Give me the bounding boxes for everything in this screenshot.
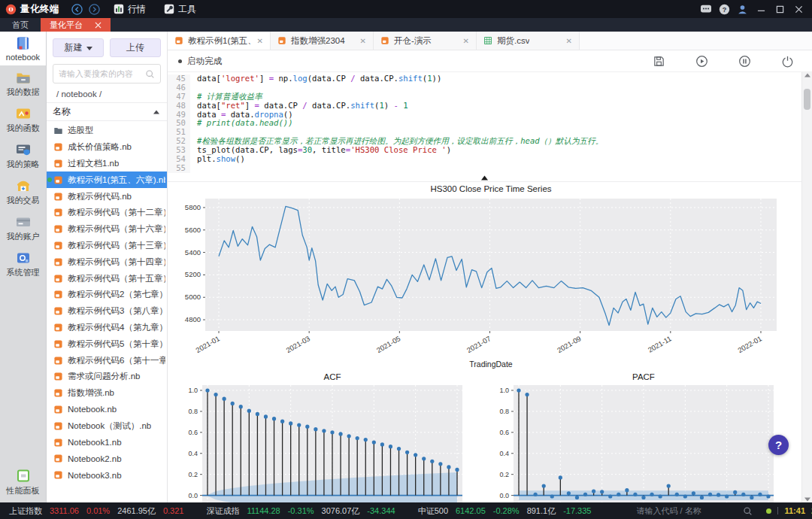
- file-name: Notebook（测试）.nb: [68, 420, 151, 432]
- file-row-notebook[interactable]: 教程示例代码6（第十一章）.nb: [47, 352, 167, 369]
- file-name: 教程示例代码.nb: [68, 191, 132, 202]
- svg-text:2021-09: 2021-09: [556, 334, 583, 354]
- shutdown-button[interactable]: [781, 55, 794, 68]
- quote-search-input[interactable]: [636, 506, 743, 515]
- code-line[interactable]: 46: [168, 83, 801, 93]
- menu-market[interactable]: 行情: [114, 3, 146, 16]
- nav-forward-icon[interactable]: [89, 4, 100, 15]
- file-row-notebook[interactable]: 教程示例代码（第十六章）.nb: [47, 221, 167, 238]
- scrollbar-thumb[interactable]: [804, 89, 810, 110]
- menu-tools[interactable]: 工具: [164, 3, 196, 16]
- nb-file-icon: [53, 257, 63, 267]
- nav-back-icon[interactable]: [71, 4, 83, 15]
- save-button[interactable]: [653, 55, 665, 68]
- file-list-header[interactable]: 名称: [47, 102, 167, 121]
- nb-file-icon: [53, 421, 63, 431]
- quote-search[interactable]: [636, 506, 753, 516]
- search-box[interactable]: [53, 64, 161, 83]
- file-row-folder[interactable]: 选股型: [47, 123, 167, 139]
- file-row-notebook[interactable]: 教程示例代码（第十四章）.nb: [47, 253, 167, 270]
- file-row-notebook[interactable]: 教程示例代码.nb: [47, 188, 167, 205]
- editor-tab[interactable]: 期货.csv✕: [477, 32, 580, 50]
- scroll-up-icon[interactable]: [802, 73, 812, 77]
- pause-button[interactable]: [738, 55, 751, 68]
- menu-tools-label: 工具: [178, 3, 196, 16]
- index-pct: -0.28%: [493, 506, 520, 515]
- maximize-button[interactable]: [774, 5, 786, 14]
- tab-home[interactable]: 首页: [0, 18, 41, 32]
- breadcrumb[interactable]: / notebook /: [47, 89, 167, 102]
- scroll-down-icon[interactable]: [802, 497, 812, 502]
- file-row-notebook[interactable]: Notebook1.nb: [47, 434, 167, 451]
- sidebar-item-performance[interactable]: 性能面板: [0, 464, 46, 500]
- sidebar-item-my-functions[interactable]: 我的函数: [0, 102, 46, 138]
- code-line[interactable]: 55: [168, 164, 801, 173]
- file-row-notebook[interactable]: 教程示例代码5（第十章）.nb: [47, 335, 167, 352]
- file-row-notebook[interactable]: 教程示例代码2（第七章）.nb: [47, 287, 167, 303]
- file-row-notebook[interactable]: 过程文档1.nb: [47, 156, 167, 172]
- file-row-notebook[interactable]: 教程示例代码3（第八章）.nb: [47, 303, 167, 320]
- new-button[interactable]: 新建: [53, 38, 104, 57]
- tab-close-icon[interactable]: ✕: [257, 37, 263, 45]
- svg-text:0.8: 0.8: [499, 408, 509, 415]
- editor-tab[interactable]: 教程示例1(第五、六章).nb✕: [168, 32, 271, 50]
- file-list: 选股型成长价值策略.nb过程文档1.nb教程示例1(第五、六章).nb教程示例代…: [47, 121, 167, 502]
- code-line[interactable]: 45data['logret'] = np.log(data.CP / data…: [168, 74, 801, 83]
- close-button[interactable]: [792, 5, 804, 14]
- file-row-notebook[interactable]: Notebook（测试）.nb: [47, 417, 167, 434]
- sidebar-item-my-trades[interactable]: 我的交易: [0, 174, 46, 210]
- file-name: 教程示例代码4（第九章）.nb: [68, 322, 165, 333]
- sidebar-item-my-strategies[interactable]: 我的策略: [0, 138, 46, 174]
- sidebar-item-system-admin[interactable]: 系统管理: [0, 246, 46, 282]
- file-row-notebook[interactable]: 教程示例代码（第十三章）.nb: [47, 238, 167, 254]
- editor-tab[interactable]: 开仓-演示✕: [374, 32, 477, 50]
- minimize-button[interactable]: [755, 5, 767, 14]
- code-line[interactable]: 54plt.show(): [168, 155, 801, 164]
- code-editor[interactable]: 45data['logret'] = np.log(data.CP / data…: [168, 72, 801, 173]
- search-input[interactable]: [59, 69, 142, 78]
- svg-text:2021-07: 2021-07: [465, 334, 492, 354]
- collapse-output-button[interactable]: [168, 173, 801, 181]
- user-icon[interactable]: [737, 4, 748, 15]
- sidebar-item-notebook[interactable]: notebook: [0, 32, 46, 65]
- file-row-notebook[interactable]: 成长价值策略.nb: [47, 139, 167, 156]
- file-row-notebook[interactable]: 教程示例代码4（第九章）.nb: [47, 320, 167, 336]
- nb-file-icon: [277, 36, 286, 45]
- file-row-notebook[interactable]: 教程示例代码（第十五章）.nb: [47, 270, 167, 287]
- system-icon: [15, 250, 32, 266]
- file-row-notebook[interactable]: 教程示例代码（第十二章）.nb: [47, 205, 167, 221]
- tab-close-icon[interactable]: ✕: [463, 37, 469, 45]
- tab-close-icon[interactable]: ✕: [360, 37, 366, 45]
- tab-close-icon[interactable]: ✕: [566, 37, 572, 45]
- line-number: 47: [168, 93, 190, 102]
- file-row-notebook[interactable]: 指数增强.nb: [47, 385, 167, 402]
- help-icon[interactable]: ?: [719, 4, 730, 15]
- help-button[interactable]: ?: [768, 435, 789, 455]
- upload-button-label: 上传: [126, 41, 144, 54]
- nb-file-icon: [53, 142, 63, 152]
- vertical-scrollbar[interactable]: [801, 72, 812, 502]
- sidebar-item-label: notebook: [6, 53, 40, 62]
- index-pct: -0.31%: [288, 506, 314, 515]
- code-line[interactable]: 50# print(data.head()): [168, 119, 801, 128]
- file-row-notebook[interactable]: Notebook2.nb: [47, 451, 167, 467]
- code-line[interactable]: 53ts_plot(data.CP, lags=30, title='HS300…: [168, 146, 801, 155]
- tab-quant-platform[interactable]: 量化平台: [41, 18, 111, 32]
- editor-tab[interactable]: 指数增强2304✕: [271, 32, 374, 50]
- tab-home-label: 首页: [12, 20, 29, 31]
- run-button[interactable]: [695, 55, 708, 68]
- sidebar-item-my-data[interactable]: 我的数据: [0, 65, 46, 102]
- close-icon[interactable]: [95, 22, 102, 29]
- upload-button[interactable]: 上传: [110, 38, 161, 57]
- index-value: 6142.05: [456, 506, 486, 515]
- file-row-notebook[interactable]: Notebook3.nb: [47, 467, 167, 484]
- sort-asc-icon[interactable]: [153, 110, 159, 114]
- file-name: 过程文档1.nb: [68, 158, 119, 169]
- message-icon[interactable]: [700, 4, 712, 14]
- svg-text:0.0: 0.0: [499, 491, 509, 499]
- file-row-notebook[interactable]: Notebook.nb: [47, 402, 167, 418]
- file-row-notebook[interactable]: 需求或问题分析.nb: [47, 369, 167, 385]
- sidebar-item-my-account[interactable]: 我的账户: [0, 210, 46, 246]
- file-row-notebook[interactable]: 教程示例1(第五、六章).nb: [47, 171, 167, 188]
- file-name: 选股型: [68, 125, 94, 136]
